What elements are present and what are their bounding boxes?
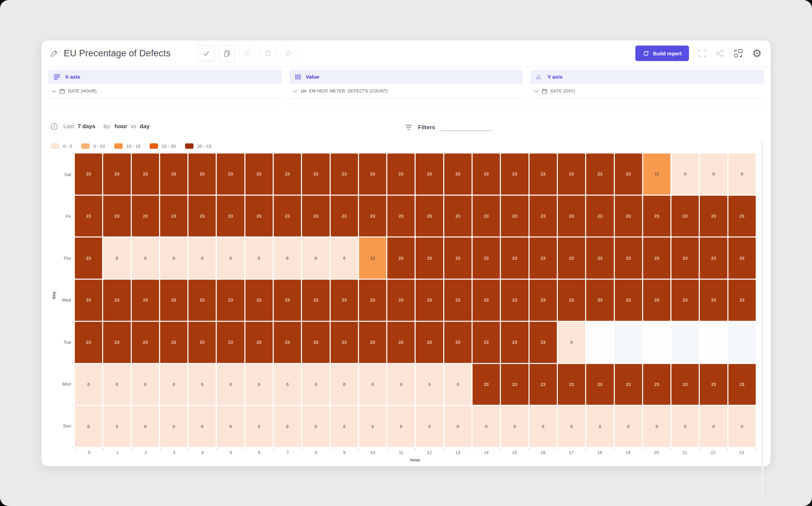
heatmap-cell[interactable]: 23 xyxy=(103,153,130,195)
heatmap-cell[interactable]: 0 xyxy=(302,406,329,447)
heatmap-cell[interactable]: 0 xyxy=(359,406,386,447)
heatmap-cell[interactable]: 0 xyxy=(501,406,528,447)
heatmap-cell[interactable]: 23 xyxy=(132,322,159,363)
panel-empty-slot[interactable] xyxy=(290,99,523,109)
heatmap-cell[interactable]: 23 xyxy=(615,153,642,195)
heatmap-cell[interactable]: 23 xyxy=(160,280,187,321)
heatmap-cell[interactable]: 23 xyxy=(586,196,613,237)
y-axis-field[interactable]: DATE (DAY) xyxy=(531,84,764,99)
heatmap-cell[interactable]: 23 xyxy=(217,322,244,363)
heatmap-cell[interactable]: 23 xyxy=(217,196,244,237)
heatmap-cell[interactable]: 23 xyxy=(615,280,642,321)
heatmap-cell[interactable]: 23 xyxy=(103,196,130,237)
heatmap-cell[interactable]: 0 xyxy=(188,364,216,405)
x-axis-field[interactable]: DATE (HOUR) xyxy=(48,84,281,99)
confirm-button[interactable] xyxy=(198,45,214,61)
heatmap-cell[interactable] xyxy=(728,322,756,363)
heatmap-cell[interactable]: 23 xyxy=(558,280,585,321)
value-field[interactable]: 123 EM HEAT METER: DEFECTS (COUNT) xyxy=(290,84,523,99)
heatmap-cell[interactable]: 23 xyxy=(160,322,187,363)
heatmap-cell[interactable]: 23 xyxy=(501,237,528,279)
heatmap-cell[interactable]: 23 xyxy=(75,237,102,279)
legend-item[interactable]: 0 - 5 xyxy=(51,143,72,149)
heatmap-cell[interactable]: 0 xyxy=(359,364,386,405)
heatmap-cell[interactable]: 23 xyxy=(416,153,443,195)
heatmap-cell[interactable]: 23 xyxy=(501,322,528,363)
heatmap-cell[interactable]: 0 xyxy=(217,364,244,405)
heatmap-cell[interactable]: 0 xyxy=(274,406,301,447)
heatmap-cell[interactable]: 23 xyxy=(75,322,102,363)
heatmap-cell[interactable]: 0 xyxy=(160,406,187,447)
heatmap-cell[interactable]: 23 xyxy=(558,196,585,237)
heatmap-cell[interactable]: 23 xyxy=(558,237,585,279)
heatmap-cell[interactable]: 23 xyxy=(302,322,329,363)
heatmap-cell[interactable] xyxy=(671,322,699,363)
chevron-down-icon[interactable] xyxy=(534,90,539,93)
heatmap-cell[interactable]: 23 xyxy=(558,364,585,405)
fullscreen-icon[interactable] xyxy=(698,49,706,58)
edit-pencil-icon[interactable] xyxy=(50,49,58,57)
filters-control[interactable]: Filters xyxy=(404,123,492,131)
heatmap-cell[interactable]: 23 xyxy=(217,280,244,321)
heatmap-cell[interactable]: 23 xyxy=(188,322,216,363)
heatmap-cell[interactable]: 23 xyxy=(274,153,301,195)
heatmap-cell[interactable]: 0 xyxy=(160,364,187,405)
heatmap-cell[interactable]: 0 xyxy=(444,406,472,447)
heatmap-cell[interactable]: 23 xyxy=(444,153,472,195)
heatmap-cell[interactable]: 23 xyxy=(274,322,301,363)
heatmap-cell[interactable]: 23 xyxy=(700,280,727,321)
heatmap-cell[interactable]: 0 xyxy=(671,406,699,447)
heatmap-cell[interactable]: 23 xyxy=(160,153,187,195)
heatmap-cell[interactable] xyxy=(643,322,670,363)
heatmap-cell[interactable]: 23 xyxy=(530,153,557,195)
heatmap-cell[interactable]: 23 xyxy=(615,196,642,237)
heatmap-cell[interactable]: 0 xyxy=(132,364,159,405)
heatmap-cell[interactable]: 0 xyxy=(274,364,301,405)
heatmap-cell[interactable]: 23 xyxy=(302,196,329,237)
heatmap-cell[interactable]: 23 xyxy=(188,196,216,237)
duplicate-button[interactable] xyxy=(219,45,235,61)
heatmap-cell[interactable] xyxy=(700,322,727,363)
heatmap-cell[interactable]: 0 xyxy=(103,364,130,405)
heatmap-cell[interactable]: 11 xyxy=(643,153,670,195)
heatmap-cell[interactable]: 23 xyxy=(643,280,670,321)
heatmap-cell[interactable]: 23 xyxy=(444,322,472,363)
heatmap-cell[interactable]: 0 xyxy=(387,406,415,447)
heatmap-cell[interactable]: 0 xyxy=(586,406,613,447)
heatmap-cell[interactable]: 23 xyxy=(473,196,500,237)
heatmap-cell[interactable]: 23 xyxy=(245,280,273,321)
heatmap-cell[interactable]: 0 xyxy=(700,406,727,447)
panel-empty-slot[interactable] xyxy=(48,99,281,109)
heatmap-cell[interactable]: 23 xyxy=(359,196,386,237)
heatmap-cell[interactable]: 23 xyxy=(444,237,472,279)
heatmap-cell[interactable]: 23 xyxy=(586,237,613,279)
legend-item[interactable]: 20 - 23 xyxy=(185,143,211,149)
heatmap-cell[interactable]: 0 xyxy=(245,237,273,279)
heatmap-cell[interactable]: 0 xyxy=(728,406,756,447)
heatmap-cell[interactable]: 23 xyxy=(558,153,585,195)
heatmap-cell[interactable]: 0 xyxy=(103,237,130,279)
heatmap-cell[interactable]: 0 xyxy=(75,406,102,447)
heatmap-cell[interactable]: 0 xyxy=(387,364,415,405)
heatmap-cell[interactable] xyxy=(615,322,642,363)
heatmap-cell[interactable]: 23 xyxy=(643,237,670,279)
heatmap-cell[interactable]: 23 xyxy=(530,364,557,405)
heatmap-cell[interactable]: 0 xyxy=(302,237,329,279)
heatmap-cell[interactable]: 23 xyxy=(473,280,500,321)
heatmap-cell[interactable]: 23 xyxy=(586,153,613,195)
heatmap-cell[interactable]: 23 xyxy=(245,196,273,237)
heatmap-cell[interactable]: 23 xyxy=(671,364,699,405)
heatmap-cell[interactable]: 0 xyxy=(188,237,216,279)
heatmap-cell[interactable]: 23 xyxy=(643,364,670,405)
heatmap-cell[interactable]: 23 xyxy=(331,196,358,237)
heatmap-cell[interactable]: 23 xyxy=(245,322,273,363)
heatmap-cell[interactable]: 23 xyxy=(416,322,443,363)
heatmap-cell[interactable]: 23 xyxy=(132,196,159,237)
heatmap-cell[interactable] xyxy=(586,322,613,363)
legend-item[interactable]: 10 - 15 xyxy=(114,143,141,149)
chevron-down-icon[interactable] xyxy=(52,90,56,93)
heatmap-cell[interactable]: 23 xyxy=(132,280,159,321)
heatmap-cell[interactable]: 23 xyxy=(359,322,386,363)
heatmap-cell[interactable]: 12 xyxy=(359,237,386,279)
heatmap-cell[interactable]: 23 xyxy=(728,364,756,405)
